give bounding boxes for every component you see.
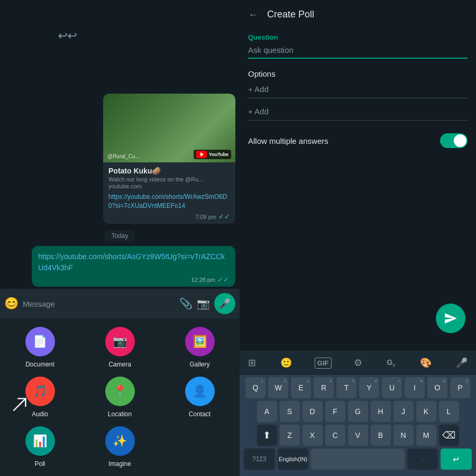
key-b[interactable]: B — [371, 425, 391, 446]
key-i[interactable]: I8 — [405, 377, 425, 398]
key-x[interactable]: X — [303, 425, 323, 446]
contact-icon: 👤 — [185, 377, 215, 406]
today-badge: Today — [105, 230, 134, 242]
yt-channel-tag: @Rural_Cu... — [107, 153, 140, 159]
keyboard-rows: Q1 W2 E3 R4 T5 Y6 U7 I8 O9 P0 A S D F G … — [240, 375, 476, 476]
send-poll-button[interactable] — [436, 304, 465, 333]
key-d[interactable]: D — [303, 401, 323, 422]
keyboard-row-1: Q1 W2 E3 R4 T5 Y6 U7 I8 O9 P0 — [242, 377, 474, 398]
poll-title: Create Poll — [267, 9, 314, 20]
key-k[interactable]: K — [416, 401, 436, 422]
right-panel: ← Create Poll Question Options Allow mul… — [240, 0, 476, 476]
key-z[interactable]: Z — [280, 425, 300, 446]
key-r[interactable]: R4 — [314, 377, 334, 398]
language-key[interactable]: English(IN) — [278, 448, 309, 470]
backspace-key[interactable]: ⌫ — [439, 425, 459, 446]
multiple-answers-toggle[interactable] — [440, 133, 468, 148]
mic-button[interactable]: 🎤 — [214, 293, 235, 314]
keyboard-translate-button[interactable]: GT — [385, 356, 397, 370]
attachment-item-location[interactable]: 📍 Location — [105, 377, 135, 418]
gif-button[interactable]: GIF — [315, 358, 332, 369]
poll-icon: 📊 — [25, 426, 55, 456]
yt-desc: Watch our long videos on the @Ru... — [108, 176, 230, 182]
svg-line-0 — [14, 399, 25, 410]
key-l[interactable]: L — [439, 401, 459, 422]
mic-icon: 🎤 — [219, 298, 231, 309]
attachment-item-camera[interactable]: 📷 Camera — [105, 327, 135, 368]
keyboard-grid-button[interactable]: ⊞ — [246, 355, 258, 371]
key-f[interactable]: F — [325, 401, 345, 422]
yt-meta: 7:09 pm ✓✓ — [108, 213, 230, 221]
period-key[interactable]: . — [407, 448, 438, 470]
options-label: Options — [248, 69, 468, 78]
keyboard-row-3: ⬆ Z X C V B N M ⌫ — [242, 425, 474, 446]
key-v[interactable]: V — [348, 425, 368, 446]
poll-form: Question Options Allow multiple answers — [240, 27, 476, 351]
key-u[interactable]: U7 — [382, 377, 402, 398]
keyboard-palette-button[interactable]: 🎨 — [418, 355, 434, 371]
keyboard-area: ⊞ 🙂 GIF ⚙ GT 🎨 🎤 Q1 W2 E3 R4 T5 Y6 U7 I8… — [240, 351, 476, 476]
key-p[interactable]: P0 — [450, 377, 470, 398]
key-s[interactable]: S — [280, 401, 300, 422]
attachment-item-gallery[interactable]: 🖼️ Gallery — [185, 327, 215, 368]
poll-header: ← Create Poll — [240, 0, 476, 27]
key-n[interactable]: N — [393, 425, 414, 446]
camera-icon: 📷 — [105, 327, 135, 356]
url-read-ticks: ✓✓ — [217, 276, 229, 283]
question-input[interactable] — [248, 45, 468, 59]
message-input[interactable] — [23, 299, 175, 308]
yt-domain: youtube.com — [108, 183, 230, 189]
imagine-label: Imagine — [108, 460, 131, 468]
camera-button[interactable]: 📷 — [197, 297, 210, 310]
attachment-item-contact[interactable]: 👤 Contact — [185, 377, 215, 418]
keyboard-settings-button[interactable]: ⚙ — [352, 355, 364, 371]
key-c[interactable]: C — [325, 425, 345, 446]
url-message-bubble: https://youtube.com/shorts/AsGYz8W5tUg?s… — [32, 246, 235, 287]
key-w[interactable]: W2 — [268, 377, 288, 398]
today-divider: Today — [4, 230, 235, 242]
forward-icon: ↪↪ — [58, 29, 77, 43]
back-button[interactable]: ← — [248, 8, 259, 21]
attachment-item-poll[interactable]: 📊 Poll — [25, 426, 55, 468]
document-label: Document — [25, 361, 54, 368]
url-meta: 12:28 pm ✓✓ — [38, 276, 229, 283]
key-e[interactable]: E3 — [291, 377, 311, 398]
keyboard-mic-button[interactable]: 🎤 — [454, 355, 470, 371]
url-link[interactable]: https://youtube.com/shorts/AsGYz8W5tUg?s… — [38, 251, 229, 273]
key-o[interactable]: O9 — [427, 377, 447, 398]
key-y[interactable]: Y6 — [359, 377, 379, 398]
yt-link[interactable]: https://youtube.com/shorts/WrAwzSmO6D0?s… — [108, 193, 230, 210]
yt-title: Potato Kuku🥔 — [108, 167, 230, 175]
left-panel: ↪↪ YouTube @Rural_Cu... Potato Kuku🥔 Wat… — [0, 0, 240, 476]
shift-key[interactable]: ⬆ — [257, 425, 277, 446]
enter-key[interactable]: ↵ — [441, 448, 472, 470]
emoji-button[interactable]: 😊 — [4, 297, 19, 310]
toggle-knob — [454, 134, 466, 147]
gallery-label: Gallery — [189, 361, 209, 368]
chat-area: YouTube @Rural_Cu... Potato Kuku🥔 Watch … — [0, 0, 240, 289]
yt-bubble-content: Potato Kuku🥔 Watch our long videos on th… — [103, 162, 235, 224]
attachment-item-imagine[interactable]: ✨ Imagine — [105, 426, 135, 468]
key-a[interactable]: A — [257, 401, 277, 422]
option2-input[interactable] — [248, 107, 468, 121]
attachment-menu: 📄 Document 📷 Camera 🖼️ Gallery 🎵 Audio 📍… — [0, 318, 240, 476]
send-icon — [444, 312, 457, 325]
keyboard-emoji-button[interactable]: 🙂 — [278, 355, 294, 371]
imagine-icon: ✨ — [105, 426, 135, 456]
key-q[interactable]: Q1 — [245, 377, 266, 398]
youtube-message-bubble: YouTube @Rural_Cu... Potato Kuku🥔 Watch … — [103, 94, 235, 224]
option1-input[interactable] — [248, 85, 468, 98]
key-t[interactable]: T5 — [336, 377, 356, 398]
key-m[interactable]: M — [416, 425, 436, 446]
space-key[interactable] — [311, 448, 404, 470]
message-bar: 😊 📎 📷 🎤 — [0, 289, 240, 318]
document-icon: 📄 — [25, 327, 55, 356]
attachment-item-document[interactable]: 📄 Document — [25, 327, 55, 368]
yt-logo: YouTube — [194, 150, 231, 159]
key-h[interactable]: H — [371, 401, 391, 422]
symbols-key[interactable]: ?123 — [244, 448, 275, 470]
key-g[interactable]: G — [348, 401, 368, 422]
key-j[interactable]: J — [393, 401, 414, 422]
attach-button[interactable]: 📎 — [179, 297, 193, 310]
url-time: 12:28 pm — [191, 277, 215, 283]
